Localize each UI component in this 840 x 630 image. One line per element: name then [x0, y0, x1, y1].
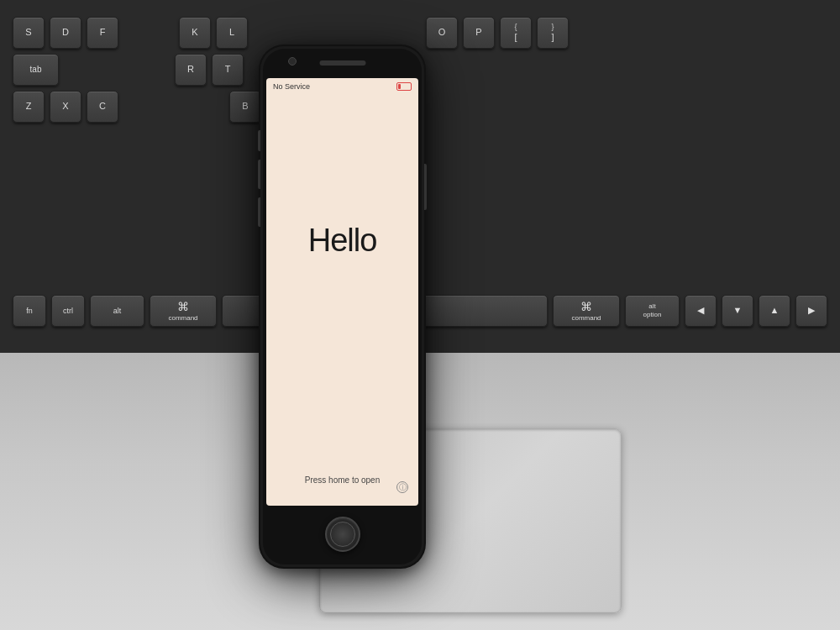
key-command-left[interactable]: ⌘ command	[150, 295, 217, 327]
battery-icon	[396, 82, 412, 91]
key-z[interactable]: Z	[13, 91, 45, 123]
key-arrow-down[interactable]: ▼	[722, 295, 753, 327]
iphone-device: No Service Hello Press home to open ⓘ	[260, 46, 424, 567]
key-option-right[interactable]: alt option	[625, 295, 680, 327]
volume-silent-button[interactable]	[258, 130, 260, 151]
front-camera	[288, 57, 297, 66]
home-button[interactable]	[325, 517, 360, 552]
key-tab[interactable]: tab	[13, 54, 59, 86]
info-icon[interactable]: ⓘ	[396, 481, 408, 493]
iphone-inner: No Service Hello Press home to open ⓘ	[263, 49, 422, 564]
battery-body	[396, 82, 412, 91]
key-k[interactable]: K	[179, 17, 211, 49]
key-s[interactable]: S	[13, 17, 45, 49]
power-button[interactable]	[424, 164, 427, 210]
key-arrow-right[interactable]: ▶	[795, 295, 827, 327]
home-button-inner	[330, 522, 355, 547]
carrier-text: No Service	[273, 82, 310, 91]
key-f[interactable]: F	[87, 17, 118, 49]
keyboard-row-1: S D F K L O P {[ }]	[13, 17, 827, 49]
key-ctrl[interactable]: ctrl	[51, 295, 85, 327]
key-p[interactable]: P	[463, 17, 495, 49]
macbook-background: S D F K L O P {[ }] tab R T	[0, 0, 840, 630]
key-bracket-close[interactable]: }]	[537, 17, 569, 49]
volume-down-button[interactable]	[258, 197, 260, 227]
iphone-screen: No Service Hello Press home to open ⓘ	[266, 78, 418, 506]
key-arrow-up[interactable]: ▲	[759, 295, 790, 327]
key-l[interactable]: L	[216, 17, 248, 49]
status-bar: No Service	[266, 78, 418, 95]
key-fn[interactable]: fn	[13, 295, 46, 327]
key-alt-left[interactable]: alt	[90, 295, 144, 327]
key-r[interactable]: R	[175, 54, 207, 86]
earpiece-speaker	[319, 60, 365, 66]
key-arrow-left[interactable]: ◀	[685, 295, 717, 327]
key-x[interactable]: X	[50, 91, 81, 123]
key-b[interactable]: B	[229, 91, 261, 123]
volume-up-button[interactable]	[258, 160, 260, 189]
battery-fill	[398, 84, 401, 89]
key-c[interactable]: C	[87, 91, 118, 123]
key-t[interactable]: T	[212, 54, 244, 86]
key-command-right[interactable]: ⌘ command	[553, 295, 620, 327]
key-o[interactable]: O	[426, 17, 458, 49]
hello-text: Hello	[308, 223, 377, 259]
press-home-text: Press home to open	[305, 475, 381, 485]
key-bracket-open[interactable]: {[	[500, 17, 532, 49]
key-d[interactable]: D	[50, 17, 81, 49]
